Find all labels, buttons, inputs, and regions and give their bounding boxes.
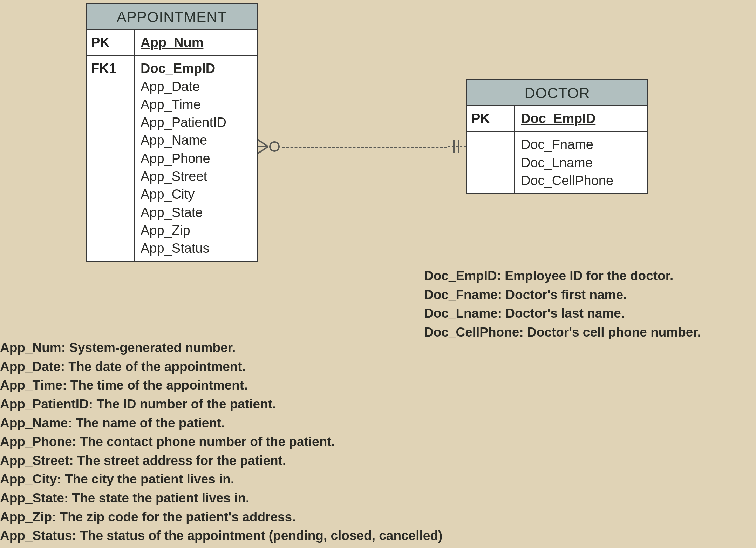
fk-label bbox=[467, 132, 515, 193]
er-diagram-canvas: APPOINTMENT PK App_Num FK1 Doc_EmpID App… bbox=[0, 0, 756, 548]
pk-attr: Doc_EmpID bbox=[515, 106, 647, 131]
attr: Doc_Lname bbox=[521, 154, 642, 172]
doctor-field-descriptions: Doc_EmpID: Employee ID for the doctor. D… bbox=[424, 266, 701, 342]
desc-line: App_Date: The date of the appointment. bbox=[0, 357, 442, 376]
desc-line: App_Num: System-generated number. bbox=[0, 338, 442, 357]
attr: App_Street bbox=[141, 168, 251, 185]
attr: App_Phone bbox=[141, 150, 251, 168]
entity-doctor-pk-row: PK Doc_EmpID bbox=[467, 106, 647, 132]
attr: Doc_Fname bbox=[521, 136, 642, 154]
pk-label: PK bbox=[467, 106, 515, 131]
desc-line: Doc_CellPhone: Doctor's cell phone numbe… bbox=[424, 323, 701, 342]
desc-line: App_Zip: The zip code for the patient's … bbox=[0, 508, 442, 527]
attr: App_Date bbox=[141, 78, 251, 96]
desc-line: App_Name: The name of the patient. bbox=[0, 414, 442, 433]
appointment-field-descriptions: App_Num: System-generated number. App_Da… bbox=[0, 338, 442, 545]
attr: App_Time bbox=[141, 96, 251, 114]
entity-doctor: DOCTOR PK Doc_EmpID Doc_Fname Doc_Lname … bbox=[466, 79, 648, 194]
svg-line-0 bbox=[258, 140, 268, 147]
desc-line: App_PatientID: The ID number of the pati… bbox=[0, 395, 442, 414]
entity-appointment: APPOINTMENT PK App_Num FK1 Doc_EmpID App… bbox=[86, 3, 258, 262]
attr: App_Zip bbox=[141, 222, 251, 239]
desc-line: App_State: The state the patient lives i… bbox=[0, 489, 442, 508]
pk-label: PK bbox=[87, 30, 135, 55]
pk-attr: App_Num bbox=[135, 30, 257, 55]
svg-line-2 bbox=[258, 147, 268, 154]
desc-line: App_Status: The status of the appointmen… bbox=[0, 526, 442, 545]
desc-line: App_Street: The street address for the p… bbox=[0, 451, 442, 470]
entity-doctor-body-row: Doc_Fname Doc_Lname Doc_CellPhone bbox=[467, 132, 647, 193]
attr: Doc_CellPhone bbox=[521, 172, 642, 190]
desc-line: App_City: The city the patient lives in. bbox=[0, 470, 442, 489]
attr: App_Status bbox=[141, 239, 251, 257]
attr-list: Doc_EmpID App_Date App_Time App_PatientI… bbox=[135, 56, 257, 261]
desc-line: App_Time: The time of the appointment. bbox=[0, 376, 442, 395]
entity-doctor-title: DOCTOR bbox=[467, 80, 647, 106]
entity-appointment-pk-row: PK App_Num bbox=[87, 30, 257, 56]
attr: App_State bbox=[141, 204, 251, 222]
crowfoot-many-icon bbox=[258, 136, 282, 157]
svg-point-3 bbox=[270, 142, 279, 151]
attr: Doc_EmpID bbox=[141, 60, 251, 77]
one-marker-icon bbox=[448, 138, 467, 158]
entity-appointment-body-row: FK1 Doc_EmpID App_Date App_Time App_Pati… bbox=[87, 56, 257, 261]
desc-line: Doc_Fname: Doctor's first name. bbox=[424, 285, 701, 304]
attr: App_Name bbox=[141, 131, 251, 149]
relationship-line bbox=[282, 147, 447, 148]
attr-list: Doc_Fname Doc_Lname Doc_CellPhone bbox=[515, 132, 647, 193]
attr: App_City bbox=[141, 185, 251, 203]
attr: App_PatientID bbox=[141, 114, 251, 131]
fk-label: FK1 bbox=[87, 56, 135, 261]
desc-line: App_Phone: The contact phone number of t… bbox=[0, 432, 442, 451]
desc-line: Doc_Lname: Doctor's last name. bbox=[424, 304, 701, 323]
desc-line: Doc_EmpID: Employee ID for the doctor. bbox=[424, 266, 701, 285]
entity-appointment-title: APPOINTMENT bbox=[87, 4, 257, 30]
